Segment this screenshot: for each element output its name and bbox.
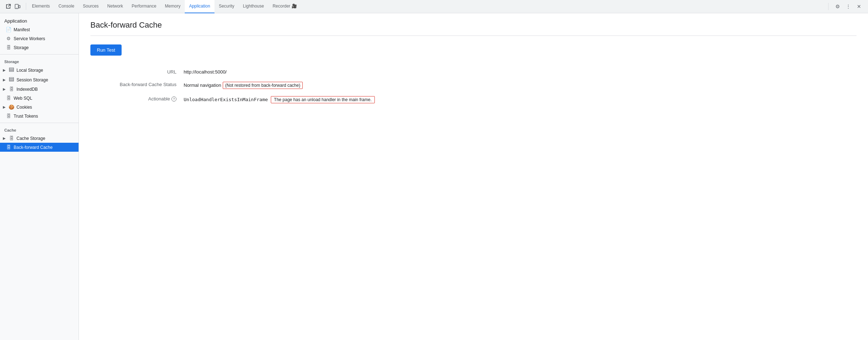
close-icon[interactable]: ✕ — [854, 2, 864, 11]
status-badge: (Not restored from back-forward cache) — [223, 82, 303, 89]
sidebar: Application 📄 Manifest ⚙ Service Workers… — [0, 13, 79, 340]
local-storage-icon — [9, 67, 14, 73]
main-layout: Application 📄 Manifest ⚙ Service Workers… — [0, 13, 868, 340]
url-value: http://localhost:5000/ — [184, 66, 857, 78]
run-test-button[interactable]: Run Test — [90, 44, 122, 56]
sidebar-item-local-storage[interactable]: ▶ Local Storage — [0, 65, 79, 75]
tab-recorder[interactable]: Recorder 🎥 — [268, 0, 301, 13]
sidebar-item-cache-storage[interactable]: ▶ 🗄 Cache Storage — [0, 134, 79, 143]
sidebar-item-indexeddb[interactable]: ▶ 🗄 IndexedDB — [0, 85, 79, 94]
separator-2 — [828, 3, 829, 10]
help-icon[interactable]: ? — [171, 96, 176, 101]
actionable-value: UnloadHandlerExistsInMainFrame The page … — [184, 93, 857, 107]
devtools-icons — [1, 3, 24, 10]
expand-icon: ▶ — [3, 136, 6, 140]
tab-list: Elements Console Sources Network Perform… — [28, 0, 827, 13]
sidebar-item-storage[interactable]: 🗄 Storage — [0, 43, 79, 52]
tab-actions: ⚙ ⋮ ✕ — [830, 2, 867, 11]
svg-rect-6 — [9, 77, 14, 79]
sidebar-item-service-workers[interactable]: ⚙ Service Workers — [0, 34, 79, 43]
tab-memory[interactable]: Memory — [161, 0, 185, 13]
sidebar-storage-header: Storage — [0, 57, 79, 65]
separator-1 — [26, 3, 26, 10]
storage-icon: 🗄 — [6, 45, 11, 50]
tab-application[interactable]: Application — [185, 0, 214, 13]
web-sql-icon: 🗄 — [6, 95, 11, 101]
sidebar-divider-1 — [0, 54, 79, 55]
page-title: Back-forward Cache — [90, 20, 857, 30]
trust-tokens-icon: 🗄 — [6, 113, 11, 119]
sidebar-application-header: Application — [0, 16, 79, 25]
content-divider — [90, 36, 857, 36]
actionable-badge: The page has an unload handler in the ma… — [271, 96, 375, 103]
service-workers-icon: ⚙ — [6, 36, 11, 41]
info-grid: URL http://localhost:5000/ Back-forward … — [90, 66, 857, 107]
tab-sources[interactable]: Sources — [79, 0, 103, 13]
cache-storage-icon: 🗄 — [9, 136, 14, 141]
sidebar-item-manifest[interactable]: 📄 Manifest — [0, 25, 79, 34]
device-icon[interactable] — [14, 3, 22, 10]
actionable-row: Actionable ? UnloadHandlerExistsInMainFr… — [90, 93, 857, 107]
url-label: URL — [90, 66, 184, 78]
tab-console[interactable]: Console — [54, 0, 79, 13]
sidebar-cache-header: Cache — [0, 125, 79, 134]
manifest-icon: 📄 — [6, 27, 11, 32]
tab-performance[interactable]: Performance — [127, 0, 161, 13]
svg-rect-1 — [19, 5, 20, 8]
url-row: URL http://localhost:5000/ — [90, 66, 857, 78]
sidebar-item-web-sql[interactable]: 🗄 Web SQL — [0, 94, 79, 103]
status-value-container: Normal navigation (Not restored from bac… — [184, 82, 857, 89]
tab-bar: Elements Console Sources Network Perform… — [0, 0, 868, 13]
cache-status-value: Normal navigation (Not restored from bac… — [184, 78, 857, 93]
cache-status-row: Back-forward Cache Status Normal navigat… — [90, 78, 857, 93]
settings-icon[interactable]: ⚙ — [833, 2, 842, 11]
sidebar-item-session-storage[interactable]: ▶ Session Storage — [0, 75, 79, 85]
session-storage-icon — [9, 77, 14, 83]
content-area: Back-forward Cache Run Test URL http://l… — [79, 13, 868, 340]
sidebar-item-trust-tokens[interactable]: 🗄 Trust Tokens — [0, 112, 79, 121]
sidebar-item-back-forward-cache[interactable]: 🗄 Back-forward Cache — [0, 143, 79, 152]
cookies-icon: 🍪 — [9, 104, 14, 110]
svg-rect-7 — [9, 79, 14, 80]
actionable-code: UnloadHandlerExistsInMainFrame — [184, 97, 268, 102]
tab-security[interactable]: Security — [214, 0, 239, 13]
tab-lighthouse[interactable]: Lighthouse — [239, 0, 268, 13]
cache-status-label: Back-forward Cache Status — [90, 78, 184, 93]
sidebar-item-cookies[interactable]: ▶ 🍪 Cookies — [0, 103, 79, 112]
expand-icon: ▶ — [3, 68, 6, 72]
svg-rect-8 — [9, 80, 14, 81]
svg-rect-3 — [9, 68, 14, 69]
sidebar-divider-2 — [0, 123, 79, 123]
expand-icon: ▶ — [3, 87, 6, 91]
more-icon[interactable]: ⋮ — [844, 2, 853, 11]
status-normal-text: Normal navigation — [184, 82, 221, 88]
svg-rect-4 — [9, 69, 14, 70]
expand-icon: ▶ — [3, 78, 6, 82]
svg-rect-5 — [9, 71, 14, 72]
svg-point-2 — [16, 8, 17, 8]
inspect-icon[interactable] — [4, 3, 12, 10]
indexeddb-icon: 🗄 — [9, 86, 14, 92]
expand-icon: ▶ — [3, 105, 6, 109]
tab-elements[interactable]: Elements — [28, 0, 54, 13]
back-forward-cache-icon: 🗄 — [6, 145, 11, 150]
actionable-content: UnloadHandlerExistsInMainFrame The page … — [184, 96, 857, 103]
actionable-label: Actionable ? — [90, 93, 184, 107]
tab-network[interactable]: Network — [103, 0, 127, 13]
